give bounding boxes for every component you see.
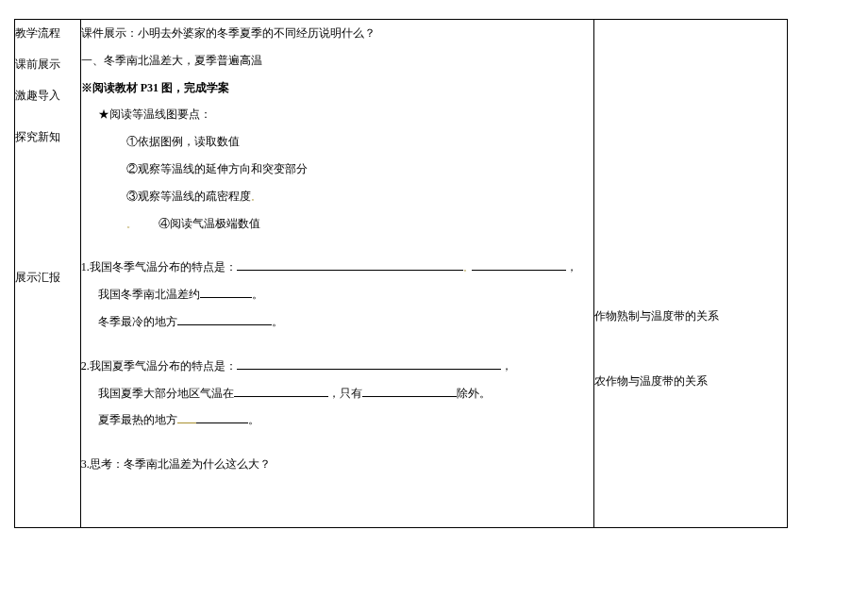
label-process: 教学流程	[15, 20, 80, 47]
key-points-heading: ★阅读等温线图要点：	[81, 101, 593, 128]
question-2b: 我国夏季大部分地区气温在，只有除外。	[81, 380, 593, 407]
blank-field[interactable]	[234, 384, 328, 397]
question-1b: 我国冬季南北温差约。	[81, 281, 593, 308]
section-heading-1: 一、冬季南北温差大，夏季普遍高温	[81, 47, 593, 75]
blank-field[interactable]	[237, 356, 501, 370]
blank-field[interactable]	[237, 257, 463, 271]
question-3: 3.思考：冬季南北温差为什么这么大？	[81, 451, 593, 478]
decor-dot: 。	[463, 263, 472, 273]
reading-instruction: ※阅读教材 P31 图，完成学案	[81, 75, 593, 102]
courseware-prompt: 课件展示：小明去外婆家的冬季夏季的不同经历说明什么？	[81, 20, 593, 47]
label-preclass: 课前展示	[15, 51, 80, 78]
blank-field[interactable]	[472, 257, 566, 271]
left-column: 教学流程 课前展示 激趣导入 探究新知 展示汇报	[15, 20, 81, 528]
question-2c: 夏季最热的地方。	[81, 406, 593, 434]
label-intro: 激趣导入	[15, 82, 80, 109]
blank-field[interactable]	[177, 312, 272, 325]
note-crop-temp: 农作物与温度带的关系	[594, 368, 787, 395]
middle-column: 课件展示：小明去外婆家的冬季夏季的不同经历说明什么？ 一、冬季南北温差大，夏季普…	[80, 20, 593, 528]
blank-field[interactable]	[200, 285, 252, 298]
point-4: 。 ④阅读气温极端数值	[81, 210, 593, 238]
question-1c: 冬季最冷的地方。	[81, 308, 593, 336]
decor-dot: 。	[126, 219, 136, 229]
question-2: 2.我国夏季气温分布的特点是：，	[81, 353, 593, 380]
blank-field[interactable]	[177, 410, 196, 423]
blank-field[interactable]	[362, 384, 457, 397]
blank-field[interactable]	[196, 410, 248, 423]
question-1: 1.我国冬季气温分布的特点是：。，	[81, 254, 593, 281]
lesson-plan-table: 教学流程 课前展示 激趣导入 探究新知 展示汇报 课件展示：小明去外婆家的冬季夏…	[14, 19, 788, 528]
right-column: 作物熟制与温度带的关系 农作物与温度带的关系	[593, 20, 787, 528]
decor-dot: 。	[251, 192, 259, 202]
label-report: 展示汇报	[15, 264, 80, 291]
label-inquiry: 探究新知	[15, 124, 80, 151]
point-3: ③观察等温线的疏密程度。	[81, 183, 593, 210]
note-crop-maturity: 作物熟制与温度带的关系	[594, 303, 787, 330]
point-1: ①依据图例，读取数值	[81, 128, 593, 156]
point-2: ②观察等温线的延伸方向和突变部分	[81, 156, 593, 183]
